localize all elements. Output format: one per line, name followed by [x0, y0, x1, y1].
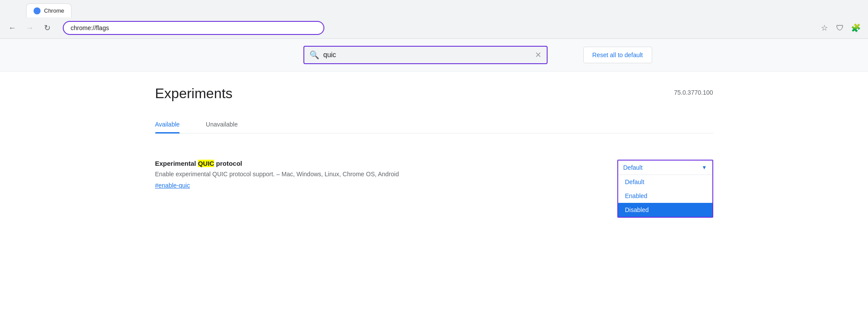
back-icon: ←: [8, 24, 16, 33]
address-bar-container: [63, 21, 324, 35]
page-content: 🔍 ✕ Reset all to default Experiments 75.…: [0, 39, 868, 240]
experiment-desc: Enable experimental QUIC protocol suppor…: [155, 170, 548, 179]
dropdown-option-disabled[interactable]: Disabled: [618, 203, 712, 217]
experiment-name-prefix: Experimental: [155, 160, 198, 167]
tab-unavailable-label: Unavailable: [206, 121, 238, 128]
extension-icon[interactable]: 🧩: [849, 21, 863, 35]
reset-all-label: Reset all to default: [592, 51, 643, 58]
browser-chrome: Chrome ← → ↻ ☆ 🛡 🧩: [0, 0, 868, 39]
experiment-name: Experimental QUIC protocol: [155, 160, 548, 167]
experiment-name-highlight: QUIC: [198, 160, 214, 167]
dropdown-container: Default ▼ Default Enabled Disabled: [617, 160, 713, 218]
bookmark-star-icon[interactable]: ☆: [817, 21, 831, 35]
dropdown-option-enabled-label: Enabled: [625, 192, 647, 199]
address-bar[interactable]: [63, 21, 324, 35]
dropdown-option-default-label: Default: [625, 178, 644, 185]
dropdown-arrow-icon: ▼: [702, 164, 707, 171]
search-bar-area: 🔍 ✕ Reset all to default: [0, 39, 868, 72]
tab-favicon: [34, 7, 41, 14]
reload-button[interactable]: ↻: [40, 21, 54, 35]
dropdown-option-enabled[interactable]: Enabled: [618, 189, 712, 203]
page-title: Experiments: [155, 86, 233, 102]
clear-icon: ✕: [535, 50, 541, 60]
tabs-bar: Available Unavailable: [155, 116, 713, 133]
clear-button[interactable]: ✕: [535, 50, 541, 60]
tab-title: Chrome: [44, 7, 64, 14]
toolbar-right: ☆ 🛡 🧩: [817, 21, 863, 35]
experiments-header: Experiments 75.0.3770.100: [155, 86, 713, 102]
dropdown-option-default[interactable]: Default: [618, 175, 712, 189]
experiment-link[interactable]: #enable-quic: [155, 182, 190, 189]
tab-available[interactable]: Available: [155, 116, 180, 133]
back-button[interactable]: ←: [5, 21, 19, 35]
experiment-item: Experimental QUIC protocol Enable experi…: [155, 151, 713, 226]
forward-icon: →: [26, 24, 34, 33]
experiment-name-suffix: protocol: [214, 160, 242, 167]
dropdown-header[interactable]: Default ▼: [618, 161, 712, 175]
tab-available-label: Available: [155, 121, 180, 128]
search-icon: 🔍: [310, 50, 319, 60]
search-input-container: 🔍 ✕: [303, 46, 548, 64]
dropdown-selected-label: Default: [623, 164, 643, 171]
dropdown-options: Default Enabled Disabled: [618, 175, 712, 217]
experiments-container: Experiments 75.0.3770.100 Available Unav…: [129, 72, 739, 240]
shield-icon[interactable]: 🛡: [833, 21, 847, 35]
tab-bar: Chrome: [0, 0, 868, 17]
search-input[interactable]: [323, 51, 531, 59]
tab-unavailable[interactable]: Unavailable: [206, 116, 238, 133]
forward-button[interactable]: →: [23, 21, 37, 35]
toolbar: ← → ↻ ☆ 🛡 🧩: [0, 17, 868, 38]
search-wrapper: 🔍 ✕ Reset all to default: [303, 46, 565, 64]
experiment-info: Experimental QUIC protocol Enable experi…: [155, 160, 548, 189]
reload-icon: ↻: [44, 23, 51, 33]
version-text: 75.0.3770.100: [674, 89, 713, 96]
reset-all-button[interactable]: Reset all to default: [583, 47, 652, 63]
browser-tab[interactable]: Chrome: [26, 3, 71, 17]
dropdown-option-disabled-label: Disabled: [625, 206, 649, 213]
